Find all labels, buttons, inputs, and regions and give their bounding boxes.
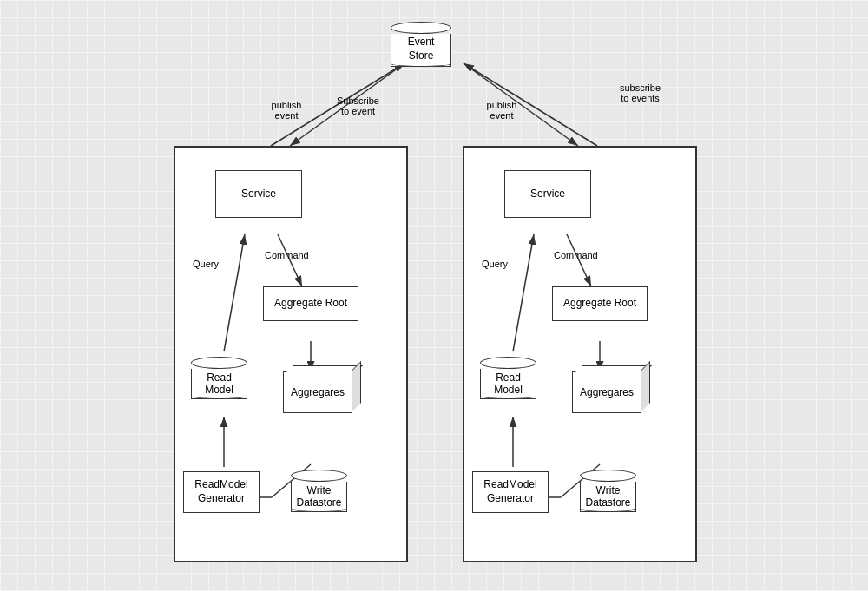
left-write-datastore: Write Datastore — [291, 464, 347, 516]
diagram-svg — [0, 0, 868, 591]
publish-event-2-label: publish event — [471, 100, 532, 121]
right-command-label: Command — [554, 250, 598, 260]
right-readmodel-generator: ReadModel Generator — [472, 471, 549, 513]
left-aggregates: Aggregares — [276, 371, 354, 419]
left-readmodel-generator: ReadModel Generator — [183, 471, 260, 513]
left-command-label: Command — [265, 250, 309, 260]
diagram-container: Event Store publish event Subscribe to e… — [0, 0, 868, 591]
right-write-datastore: Write Datastore — [580, 464, 636, 516]
left-read-model: Read Model — [191, 351, 247, 404]
right-read-model: Read Model — [480, 351, 536, 404]
left-query-label: Query — [193, 259, 219, 269]
right-aggregate-root: Aggregate Root — [552, 286, 648, 321]
subscribe-to-events-label: subscribe to events — [603, 82, 677, 103]
left-aggregate-root: Aggregate Root — [263, 286, 358, 321]
event-store: Event Store — [391, 16, 451, 72]
right-query-label: Query — [482, 259, 508, 269]
left-service-box: Service — [215, 170, 302, 218]
right-service-box: Service — [504, 170, 591, 218]
right-aggregates: Aggregares — [565, 371, 643, 419]
event-store-label: Event Store — [408, 36, 435, 62]
publish-event-1-label: publish event — [256, 100, 317, 121]
subscribe-to-event-label: Subscribe to event — [326, 95, 391, 116]
